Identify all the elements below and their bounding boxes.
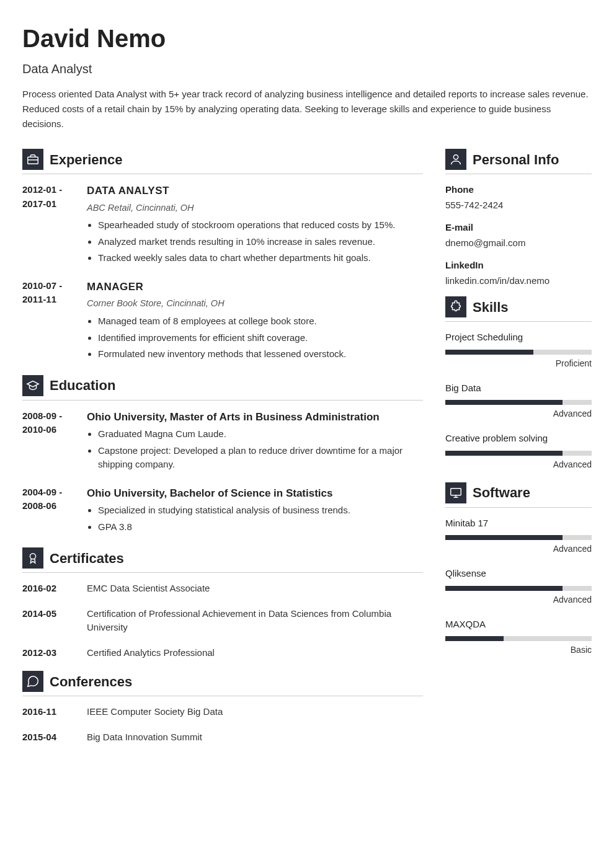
entry-dates: 2012-03 — [22, 646, 76, 660]
skill-level: Proficient — [445, 357, 592, 370]
conference-entry: 2015-04 Big Data Innovation Summit — [22, 730, 423, 745]
entry-bullet: Graduated Magna Cum Laude. — [98, 427, 423, 441]
certificate-entry: 2016-02 EMC Data Scientist Associate — [22, 582, 423, 596]
software-header: Software — [445, 482, 592, 508]
certificate-entry: 2014-05 Certification of Professional Ac… — [22, 607, 423, 635]
entry-bullet: GPA 3.8 — [98, 520, 423, 534]
education-entry: 2004-09 - 2008-06 Ohio University, Bache… — [22, 485, 423, 537]
entry-bullet: Identified improvements for efficient sh… — [98, 331, 423, 345]
skill-bar — [445, 636, 592, 641]
skill-name: Creative problem solving — [445, 432, 592, 446]
linkedin-value: linkedin.com/in/dav.nemo — [445, 274, 592, 288]
phone-value: 555-742-2424 — [445, 198, 592, 213]
entry-bullet: Spearheaded study of stockroom operation… — [98, 218, 423, 232]
skills-title: Skills — [473, 297, 508, 317]
skill-name: Project Scheduling — [445, 330, 592, 345]
education-header: Education — [22, 375, 423, 401]
entry-text: Certified Analytics Professional — [87, 646, 423, 660]
software-name: MAXQDA — [445, 618, 592, 632]
puzzle-icon — [445, 296, 466, 317]
phone-label: Phone — [445, 183, 592, 197]
skill-name: Big Data — [445, 381, 592, 396]
software-item: Minitab 17 Advanced — [445, 516, 592, 556]
svg-rect-3 — [451, 488, 461, 495]
experience-entry: 2010-07 - 2011-11 MANAGER Corner Book St… — [22, 279, 423, 364]
entry-dates: 2008-09 - 2010-06 — [22, 409, 76, 474]
skill-bar — [445, 451, 592, 456]
monitor-icon — [445, 482, 466, 503]
software-item: Qliksense Advanced — [445, 567, 592, 606]
software-title: Software — [473, 482, 530, 503]
software-name: Qliksense — [445, 567, 592, 581]
entry-school: Ohio University, Bachelor of Science in … — [87, 485, 423, 502]
candidate-summary: Process oriented Data Analyst with 5+ ye… — [22, 87, 592, 131]
conference-entry: 2016-11 IEEE Computer Society Big Data — [22, 705, 423, 719]
experience-header: Experience — [22, 149, 423, 174]
experience-title: Experience — [50, 149, 122, 170]
experience-entry: 2012-01 - 2017-01 DATA ANALYST ABC Retai… — [22, 183, 423, 268]
skill-level: Advanced — [445, 407, 592, 420]
certificate-icon — [22, 547, 43, 569]
entry-bullet: Formulated new inventory methods that le… — [98, 347, 423, 361]
entry-role: MANAGER — [87, 279, 423, 295]
entry-text: Big Data Innovation Summit — [87, 730, 423, 745]
entry-bullet: Tracked weekly sales data to chart wheth… — [98, 251, 423, 265]
skill-fill — [445, 451, 563, 456]
personal-info-header: Personal Info — [445, 149, 592, 174]
skill-fill — [445, 636, 504, 641]
entry-school: Ohio University, Master of Arts in Busin… — [87, 409, 423, 425]
skill-level: Advanced — [445, 458, 592, 471]
entry-bullet: Specialized in studying statistical anal… — [98, 503, 423, 518]
conferences-header: Conferences — [22, 671, 423, 696]
entry-dates: 2010-07 - 2011-11 — [22, 279, 76, 364]
skill-fill — [445, 400, 563, 405]
entry-dates: 2015-04 — [22, 730, 76, 745]
entry-dates: 2016-02 — [22, 582, 76, 596]
skill-item: Project Scheduling Proficient — [445, 330, 592, 370]
entry-text: Certification of Professional Achievemen… — [87, 607, 423, 635]
entry-bullet: Managed team of 8 employees at college b… — [98, 314, 423, 329]
person-icon — [445, 149, 466, 170]
skill-bar — [445, 350, 592, 355]
software-name: Minitab 17 — [445, 516, 592, 531]
right-column: Personal Info Phone 555-742-2424 E-mail … — [445, 146, 592, 755]
conferences-title: Conferences — [50, 671, 132, 692]
skill-fill — [445, 586, 563, 591]
email-value: dnemo@gmail.com — [445, 236, 592, 250]
skill-fill — [445, 535, 563, 540]
svg-point-1 — [30, 554, 35, 559]
entry-text: IEEE Computer Society Big Data — [87, 705, 423, 719]
education-title: Education — [50, 375, 115, 396]
entry-text: EMC Data Scientist Associate — [87, 582, 423, 596]
skill-item: Big Data Advanced — [445, 381, 592, 421]
left-column: Experience 2012-01 - 2017-01 DATA ANALYS… — [22, 146, 423, 755]
linkedin-label: LinkedIn — [445, 259, 592, 273]
email-block: E-mail dnemo@gmail.com — [445, 221, 592, 250]
speech-bubble-icon — [22, 671, 43, 692]
software-item: MAXQDA Basic — [445, 618, 592, 657]
personal-info-title: Personal Info — [473, 149, 559, 170]
email-label: E-mail — [445, 221, 592, 235]
entry-bullet: Analyzed market trends resulting in 10% … — [98, 235, 423, 249]
certificates-header: Certificates — [22, 547, 423, 573]
svg-point-2 — [453, 155, 458, 159]
entry-bullet: Capstone project: Developed a plan to re… — [98, 444, 423, 472]
entry-company: ABC Retail, Cincinnati, OH — [87, 202, 423, 215]
skills-header: Skills — [445, 296, 592, 322]
candidate-title: Data Analyst — [22, 60, 592, 78]
certificates-title: Certificates — [50, 548, 124, 569]
phone-block: Phone 555-742-2424 — [445, 183, 592, 212]
entry-dates: 2004-09 - 2008-06 — [22, 485, 76, 537]
graduation-cap-icon — [22, 375, 43, 396]
certificate-entry: 2012-03 Certified Analytics Professional — [22, 646, 423, 660]
software-level: Advanced — [445, 542, 592, 556]
education-entry: 2008-09 - 2010-06 Ohio University, Maste… — [22, 409, 423, 474]
briefcase-icon — [22, 149, 43, 170]
entry-company: Corner Book Store, Cincinnati, OH — [87, 297, 423, 311]
skill-bar — [445, 400, 592, 405]
software-level: Basic — [445, 644, 592, 657]
skill-bar — [445, 535, 592, 540]
skill-bar — [445, 586, 592, 591]
skill-fill — [445, 350, 533, 355]
software-level: Advanced — [445, 593, 592, 606]
